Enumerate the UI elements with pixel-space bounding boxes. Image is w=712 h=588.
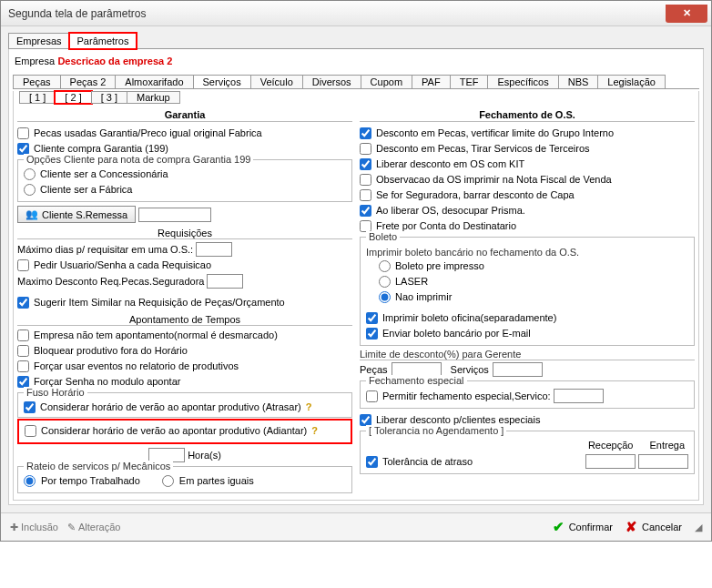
btn-cancelar[interactable]: ✘Cancelar: [626, 519, 682, 535]
input-fech-esp[interactable]: [554, 389, 604, 403]
btn-alteracao[interactable]: ✎Alteração: [67, 522, 120, 533]
input-entrega[interactable]: [638, 454, 688, 469]
subtab2-3[interactable]: [ 3 ]: [91, 91, 127, 104]
cb-tol[interactable]: [366, 456, 378, 468]
cb-apont2[interactable]: [17, 345, 29, 357]
footer-right: ✔Confirmar ✘Cancelar ◢: [553, 519, 702, 535]
cb-r3[interactable]: [360, 158, 371, 170]
btn-inclusao[interactable]: ✚Inclusão: [10, 522, 58, 533]
subtab-diversos[interactable]: Diversos: [302, 75, 361, 88]
subtab2-1[interactable]: [ 1 ]: [19, 91, 56, 104]
tab-empresas[interactable]: Empresas: [8, 33, 70, 48]
input-max-dias[interactable]: [196, 242, 232, 257]
lbl-r4: Observacao da OS imprimir na Nota Fiscal…: [376, 173, 612, 187]
subtab-legislacao[interactable]: Legislação: [597, 75, 666, 88]
cb-r1[interactable]: [360, 127, 371, 139]
lbl-tempo: Por tempo Trabalhado: [41, 474, 140, 488]
cb-fuso-atrasar[interactable]: [24, 401, 36, 413]
lbl-concess: Cliente ser a Concessionária: [40, 167, 168, 181]
cb-boleto-ofic[interactable]: [366, 312, 378, 324]
cb-pedir-user[interactable]: [17, 259, 29, 271]
lbl-r5: Se for Seguradora, barrar desconto de Ca…: [376, 188, 575, 202]
req-title: Requisições: [17, 228, 352, 239]
lbl-max-desc: Maximo Desconto Req.Pecas.Seguradora: [17, 275, 204, 289]
footer: ✚Inclusão ✎Alteração ✔Confirmar ✘Cancela…: [1, 512, 711, 541]
cancel-icon: ✘: [626, 519, 637, 535]
top-tabs: Empresas Parâmetros: [8, 32, 704, 49]
lbl-r6: Ao liberar OS, desocupar Prisma.: [376, 204, 525, 218]
cb-apont1[interactable]: [17, 329, 29, 341]
btn-cliente-sremessa[interactable]: 👥Cliente S.Remessa: [17, 206, 136, 223]
sub-tabs: Peças Peças 2 Almoxarifado Serviços Veíc…: [13, 75, 699, 89]
subtab-cupom[interactable]: Cupom: [361, 75, 412, 88]
subtab-pecas2[interactable]: Peças 2: [60, 75, 117, 88]
cb-apont3[interactable]: [17, 360, 29, 372]
cb-fuso-adiantar[interactable]: [25, 425, 36, 437]
subtab-tef[interactable]: TEF: [450, 75, 489, 88]
empresa-value: Descricao da empresa 2: [57, 56, 172, 66]
rb-fabrica[interactable]: [24, 184, 36, 196]
input-sremessa[interactable]: [138, 208, 211, 222]
lbl-tol: Tolerância de atraso: [382, 455, 473, 469]
lbl-pecas-usadas: Pecas usadas Garantia/Preco igual origin…: [34, 127, 262, 140]
lbl-apont3: Forçar usar eventos no relatorio de prod…: [34, 360, 239, 373]
legend-boleto: Boleto: [366, 231, 400, 242]
lbl-entrega: Entrega: [649, 439, 685, 452]
lbl-recepcao: Recepção: [588, 439, 634, 452]
lbl-fech-esp: Permitir fechamento especial,Servico:: [382, 390, 551, 403]
empresa-label: Empresa: [15, 56, 55, 66]
help-icon[interactable]: ?: [306, 400, 312, 414]
input-recepcao[interactable]: [585, 454, 636, 469]
subtab2-markup[interactable]: Markup: [127, 91, 180, 104]
titlebar: Segunda tela de parâmetros ✕: [1, 1, 711, 26]
cb-pecas-usadas[interactable]: [17, 127, 29, 139]
lbl-apont2: Bloquear produtivo fora do Horário: [34, 344, 188, 358]
input-max-desc[interactable]: [207, 274, 243, 289]
lbl-apont1: Empresa não tem apontamento(normal é des…: [34, 329, 278, 342]
lbl-partes: Em partes iguais: [179, 474, 254, 488]
cb-boleto-mail[interactable]: [366, 328, 378, 340]
rb-b1[interactable]: [379, 260, 391, 272]
fs-tolerancia: [ Tolerancia no Agendamento ] Recepção E…: [360, 431, 695, 474]
btn-confirmar[interactable]: ✔Confirmar: [553, 519, 613, 535]
close-button[interactable]: ✕: [666, 5, 707, 23]
lbl-pedir-user: Pedir Usuario/Senha a cada Requisicao: [34, 259, 211, 272]
rb-concessionaria[interactable]: [24, 168, 36, 180]
cb-sugerir[interactable]: [17, 297, 29, 309]
cb-fech-esp[interactable]: [366, 390, 378, 402]
subtab-almox[interactable]: Almoxarifado: [115, 75, 193, 88]
help-icon[interactable]: ?: [311, 424, 318, 438]
lbl-boleto-mail: Enviar boleto bancário por E-mail: [382, 327, 531, 340]
subtab2-2[interactable]: [ 2 ]: [55, 91, 91, 104]
cb-r4[interactable]: [360, 174, 371, 186]
check-icon: ✔: [553, 519, 565, 535]
lbl-r2: Desconto em Pecas, Tirar Servicos de Ter…: [376, 142, 590, 156]
rb-b3[interactable]: [379, 291, 391, 303]
boleto-sub: Imprimir boleto bancário no fechamento d…: [366, 247, 688, 258]
subtab-especificos[interactable]: Específicos: [487, 75, 558, 88]
cb-r6[interactable]: [360, 205, 371, 217]
legend-fech-esp: Fechamento especial: [366, 375, 467, 386]
cb-r5[interactable]: [360, 189, 371, 201]
subtab-paf[interactable]: PAF: [412, 75, 451, 88]
tab-parametros[interactable]: Parâmetros: [69, 33, 137, 49]
fs-opcoes-cliente: Opções Cliente para nota de compra Garan…: [17, 159, 352, 202]
edit-icon: ✎: [67, 522, 76, 533]
subtab-veiculo[interactable]: Veículo: [250, 75, 303, 88]
subtab-pecas[interactable]: Peças: [13, 75, 61, 88]
footer-left: ✚Inclusão ✎Alteração: [10, 522, 120, 533]
subtab-nbs[interactable]: NBS: [558, 75, 599, 88]
apont-title: Apontamento de Tempos: [17, 314, 352, 326]
legend-opcoes: Opções Cliente para nota de compra Garan…: [24, 154, 253, 165]
legend-rateio: Rateio de servicos p/ Mecânicos: [24, 461, 173, 471]
cb-r2[interactable]: [360, 143, 371, 155]
resize-grip-icon[interactable]: ◢: [695, 522, 702, 533]
input-limite-servicos[interactable]: [493, 362, 543, 377]
rb-partes[interactable]: [162, 475, 174, 487]
subtab-servicos[interactable]: Serviços: [193, 75, 251, 88]
rb-tempo[interactable]: [24, 475, 36, 487]
rb-b2[interactable]: [379, 276, 391, 288]
empresa-line: Empresa Descricao da empresa 2: [13, 51, 699, 73]
lbl-r1: Desconto em Pecas, vertificar limite do …: [376, 127, 614, 140]
legend-fuso: Fuso Horário: [24, 387, 87, 398]
